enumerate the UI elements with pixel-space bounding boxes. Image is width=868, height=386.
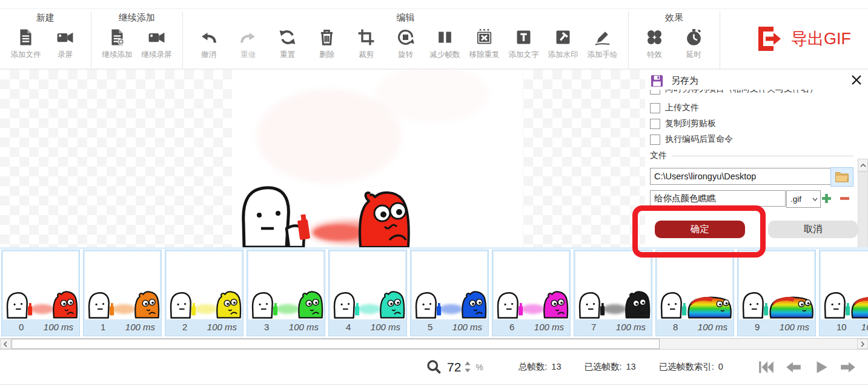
toolbar-item-screen-record[interactable]: 录屏	[45, 27, 85, 60]
play-icon[interactable]	[812, 359, 830, 375]
frame-number: 1	[101, 322, 105, 332]
zoom-unit: %	[475, 362, 483, 372]
clipped-option-label: 同时另存为项目（相同文件夹与文件名）	[665, 90, 818, 95]
frame-card[interactable]: 2100 ms	[165, 250, 244, 336]
frame-number: 6	[509, 322, 514, 332]
option-upload-file[interactable]: 上传文件	[650, 101, 699, 115]
scroll-up-button[interactable]	[858, 159, 868, 171]
next-frame-icon[interactable]	[839, 359, 857, 375]
frame-delay: 100 ms	[616, 322, 646, 332]
toolbar-item-crop[interactable]: 裁剪	[346, 27, 386, 60]
clipped-option-row[interactable]: 同时另存为项目（相同文件夹与文件名）	[650, 90, 844, 98]
cancel-button[interactable]: 取消	[768, 221, 858, 238]
undo-icon	[199, 28, 218, 47]
scrollbar-thumb[interactable]	[858, 171, 868, 251]
scrollbar-thumb[interactable]	[12, 339, 660, 349]
selected-frame-index: 已选帧数索引:0	[659, 361, 723, 373]
frame-number: 8	[673, 322, 678, 332]
frame-number: 4	[346, 322, 351, 332]
frame-delay: 100 ms	[289, 322, 319, 332]
frame-thumbnail	[739, 251, 814, 319]
checkbox[interactable]	[650, 90, 660, 95]
toolbar-item-redo[interactable]: 重做	[228, 27, 268, 60]
frame-card[interactable]: 1100 ms	[83, 250, 162, 336]
toolbar-item-delete[interactable]: 删除	[307, 27, 346, 60]
toolbar-item-label: 添加文件	[11, 50, 41, 60]
add-extension-button[interactable]	[821, 193, 832, 204]
toolbar-group-effects: 效果 特效 延时	[629, 9, 720, 60]
frame-number: 0	[19, 322, 24, 332]
rotate-icon	[396, 28, 415, 47]
filename-input[interactable]	[650, 190, 786, 207]
toolbar-item-delay[interactable]: 延时	[674, 27, 714, 60]
toolbar-inner: 新建 添加文件 录屏 继续添加 继续添加	[0, 8, 868, 68]
option-post-command[interactable]: 执行编码后置命令	[650, 133, 733, 146]
scroll-right-button[interactable]	[857, 339, 868, 349]
frame-thumbnail	[248, 251, 323, 319]
frame-counts: 总帧数:13 已选帧数:13 已选帧数索引:0	[518, 361, 723, 373]
toolbar-item-continue-record[interactable]: 继续录屏	[137, 27, 176, 60]
effects-icon	[645, 28, 664, 47]
toolbar-item-reduce-frames[interactable]: 减少帧数	[425, 27, 465, 60]
magnifier-icon	[426, 359, 442, 375]
frame-thumbnail	[85, 251, 160, 319]
toolbar-item-effects[interactable]: 特效	[635, 27, 674, 60]
toolbar-item-label: 裁剪	[359, 50, 374, 60]
frame-card[interactable]: 10100 ms	[819, 250, 868, 336]
toolbar-group-new: 新建 添加文件 录屏	[0, 9, 91, 60]
frame-card[interactable]: 3100 ms	[247, 250, 325, 336]
frame-thumbnail	[821, 251, 868, 319]
option-copy-clipboard[interactable]: 复制到剪贴板	[650, 117, 716, 130]
scroll-left-button[interactable]	[0, 339, 11, 349]
toolbar-item-add-drawing[interactable]: 添加手绘	[583, 27, 622, 60]
close-icon[interactable]	[851, 75, 862, 85]
toolbar-item-rotate[interactable]: 旋转	[386, 27, 425, 60]
toolbar-item-add-text[interactable]: 添加文字	[504, 27, 543, 60]
panel-header: 另存为	[650, 74, 698, 88]
status-bar: 72 % 总帧数:13 已选帧数:13 已选帧数索引:0	[0, 350, 868, 385]
toolbar-item-label: 添加文字	[509, 50, 539, 60]
extension-select[interactable]: .gif	[786, 190, 821, 208]
checkbox[interactable]	[650, 135, 660, 145]
plus-icon	[821, 193, 832, 204]
toolbar-item-add-file[interactable]: 添加文件	[6, 27, 45, 60]
toolbar-item-add-watermark[interactable]: 添加水印	[543, 27, 583, 60]
main-area: 另存为 同时另存为项目（相同文件夹与文件名） 上传文件 复制到剪贴板 执行编码后…	[0, 70, 868, 247]
timeline-scrollbar[interactable]	[0, 338, 868, 350]
total-frames: 总帧数:13	[518, 361, 562, 373]
toolbar-item-label: 添加水印	[548, 50, 578, 60]
frame-card[interactable]: 8100 ms	[655, 250, 734, 336]
remove-extension-button[interactable]	[839, 193, 850, 204]
browse-folder-button[interactable]	[830, 167, 853, 187]
toolbar-item-undo[interactable]: 撤消	[189, 27, 228, 60]
zoom-value[interactable]: 72	[447, 360, 461, 374]
delay-icon	[684, 28, 703, 47]
frame-card[interactable]: 5100 ms	[410, 250, 489, 336]
frame-card[interactable]: 0100 ms	[1, 250, 80, 336]
export-gif-button[interactable]: 导出GIF	[754, 24, 851, 53]
checkbox[interactable]	[650, 119, 660, 129]
extension-value: .gif	[790, 195, 801, 204]
checkbox[interactable]	[650, 103, 660, 113]
toolbar-item-label: 重置	[280, 50, 295, 60]
toolbar-item-label: 特效	[647, 50, 662, 60]
toolbar: 新建 添加文件 录屏 继续添加 继续添加	[0, 0, 868, 70]
prev-frame-icon[interactable]	[784, 359, 803, 375]
frame-card[interactable]: 9100 ms	[737, 250, 816, 336]
folder-path-input[interactable]	[650, 168, 833, 185]
spinner-up-icon[interactable]	[465, 361, 471, 365]
screen-record-icon	[147, 28, 166, 47]
frame-card[interactable]: 6100 ms	[492, 250, 571, 336]
spinner-down-icon[interactable]	[465, 368, 471, 373]
frame-card[interactable]: 4100 ms	[328, 250, 407, 336]
current-frame-image	[232, 70, 523, 247]
frame-delay: 100 ms	[861, 322, 868, 332]
toolbar-item-reset[interactable]: 重置	[268, 27, 307, 60]
skip-first-icon[interactable]	[757, 359, 775, 375]
frame-card[interactable]: 7100 ms	[574, 250, 652, 336]
toolbar-item-label: 重做	[240, 50, 256, 60]
toolbar-separator	[720, 12, 720, 68]
group-label-continue: 继续添加	[119, 12, 155, 24]
toolbar-item-remove-duplicate[interactable]: 移除重复	[465, 27, 504, 60]
toolbar-item-continue-add[interactable]: 继续添加	[98, 27, 137, 60]
